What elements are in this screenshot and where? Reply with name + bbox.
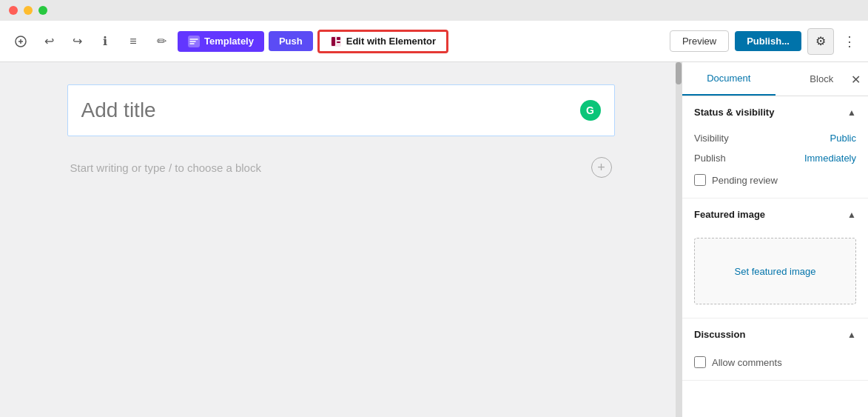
section-discussion: Discussion ▲ Allow comments [682, 318, 868, 381]
scrollbar-thumb[interactable] [676, 62, 682, 84]
chevron-up-icon: ▲ [847, 107, 856, 118]
preview-label: Preview [682, 36, 716, 47]
chevron-up-icon-discussion: ▲ [847, 330, 856, 340]
section-discussion-title: Discussion [694, 329, 745, 340]
svg-rect-6 [337, 37, 340, 40]
edit-with-elementor-button[interactable]: Edit with Elementor [317, 30, 448, 53]
section-status-visibility-title: Status & visibility [694, 107, 774, 118]
svg-rect-7 [337, 41, 340, 43]
pending-review-checkbox[interactable] [694, 174, 706, 186]
section-status-visibility: Status & visibility ▲ Visibility Public … [682, 96, 868, 199]
pen-icon: ✏ [157, 34, 166, 48]
close-icon: ✕ [851, 73, 861, 85]
info-icon: ℹ [103, 34, 107, 48]
toolbar-right: Preview Publish... ⚙ ⋮ [670, 28, 859, 55]
section-featured-image: Featured image ▲ Set featured image [682, 199, 868, 318]
section-discussion-content: Allow comments [682, 350, 868, 380]
redo-icon: ↪ [73, 34, 82, 48]
editor-content: G Start writing or type / to choose a bl… [23, 62, 659, 209]
chevron-up-icon-featured: ▲ [847, 210, 856, 220]
set-featured-image-link[interactable]: Set featured image [735, 266, 816, 277]
templately-button[interactable]: Templately [178, 31, 264, 52]
visibility-value[interactable]: Public [830, 133, 856, 144]
section-featured-image-header[interactable]: Featured image ▲ [682, 199, 868, 230]
settings-button[interactable]: ⚙ [807, 28, 834, 55]
allow-comments-checkbox[interactable] [694, 356, 706, 368]
publish-label: Publish... [747, 36, 790, 47]
content-block: Start writing or type / to choose a bloc… [67, 148, 615, 187]
elementor-label: Edit with Elementor [346, 36, 436, 47]
pending-review-label: Pending review [712, 175, 778, 186]
section-status-visibility-header[interactable]: Status & visibility ▲ [682, 96, 868, 128]
section-featured-image-content: Set featured image [682, 238, 868, 318]
more-icon: ⋮ [843, 34, 856, 49]
scrollbar[interactable] [676, 62, 682, 417]
content-placeholder-text: Start writing or type / to choose a bloc… [70, 161, 261, 174]
svg-rect-5 [332, 37, 335, 46]
push-label: Push [279, 36, 303, 47]
section-discussion-header[interactable]: Discussion ▲ [682, 318, 868, 350]
featured-image-box[interactable]: Set featured image [694, 238, 856, 304]
traffic-light-yellow[interactable] [24, 6, 33, 15]
undo-button[interactable]: ↩ [37, 30, 61, 53]
visibility-row: Visibility Public [682, 128, 868, 148]
undo-icon: ↩ [44, 34, 54, 48]
title-bar [0, 0, 868, 21]
add-block-toolbar-button[interactable] [9, 30, 33, 53]
preview-button[interactable]: Preview [670, 30, 729, 52]
visibility-label: Visibility [694, 133, 729, 144]
list-icon: ≡ [129, 35, 136, 48]
redo-button[interactable]: ↪ [65, 30, 89, 53]
title-block[interactable]: G [67, 84, 615, 136]
allow-comments-row: Allow comments [682, 350, 868, 374]
settings-icon: ⚙ [815, 34, 826, 48]
tab-document[interactable]: Document [682, 62, 776, 96]
publish-button[interactable]: Publish... [735, 31, 801, 51]
list-view-button[interactable]: ≡ [121, 30, 145, 53]
templately-label: Templately [204, 36, 254, 47]
sidebar: Document Block ✕ Status & visibility ▲ V… [682, 62, 868, 417]
sidebar-close-button[interactable]: ✕ [851, 72, 861, 86]
info-button[interactable]: ℹ [93, 30, 117, 53]
tools-button[interactable]: ✏ [149, 30, 173, 53]
add-block-inline-button[interactable]: + [591, 157, 612, 178]
publish-row: Publish Immediately [682, 148, 868, 168]
grammarly-icon: G [580, 100, 601, 121]
toolbar-left: ↩ ↪ ℹ ≡ ✏ Templately Push Edit with Elem… [9, 30, 664, 53]
editor-area[interactable]: G Start writing or type / to choose a bl… [0, 62, 682, 417]
pending-review-row: Pending review [682, 168, 868, 192]
traffic-light-red[interactable] [9, 6, 18, 15]
traffic-light-green[interactable] [38, 6, 47, 15]
title-input[interactable] [81, 99, 580, 122]
push-button[interactable]: Push [269, 31, 313, 51]
publish-label-sidebar: Publish [694, 153, 726, 164]
more-options-button[interactable]: ⋮ [840, 30, 859, 53]
allow-comments-label: Allow comments [712, 357, 782, 368]
toolbar: ↩ ↪ ℹ ≡ ✏ Templately Push Edit with Elem… [0, 21, 868, 62]
main-layout: G Start writing or type / to choose a bl… [0, 62, 868, 417]
sidebar-tabs: Document Block ✕ [682, 62, 868, 96]
section-featured-image-title: Featured image [694, 209, 765, 220]
publish-value[interactable]: Immediately [804, 153, 856, 164]
section-status-visibility-content: Visibility Public Publish Immediately Pe… [682, 128, 868, 198]
